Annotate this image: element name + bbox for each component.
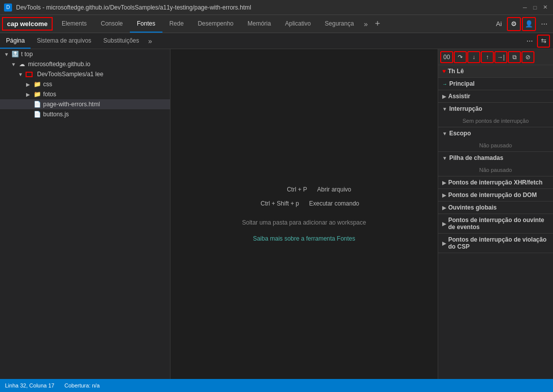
shortcut-row-1: Ctrl + P Abrir arquivo [257,186,351,193]
right-panel-header[interactable]: ♥ Th Lê [438,65,553,78]
section-interrupcao-label: Interrupção [449,105,482,112]
maximize-button[interactable]: □ [531,4,539,12]
subtab-more-opts[interactable]: ⋯ [523,35,536,48]
section-pilha: ▼ Pilha de chamadas Não pausado [438,152,553,176]
section-ouvintes-header[interactable]: ▶ Ouvintes globais [438,202,553,214]
section-pilha-header[interactable]: ▼ Pilha de chamadas [438,152,553,164]
section-xhr-label: Pontos de interrupção XHR/fetch [448,179,542,186]
section-dom-header[interactable]: ▶ Pontos de interrupção do DOM [438,189,553,201]
shortcut1-key: Ctrl + P [257,186,307,193]
status-coverage: Cobertura: n/a [64,382,99,388]
tab-console[interactable]: Console [94,15,130,33]
rt-btn7[interactable]: ⊘ [521,51,534,63]
tab-fontes[interactable]: Fontes [130,15,162,33]
cap-welcome-tab[interactable]: cap welcome [2,17,53,31]
tree-folder3[interactable]: ▶ 📁 fotos [0,89,170,99]
tree-domain[interactable]: ▼ ☁ microsoftedge.github.io [0,59,170,69]
more-options-button[interactable]: ⋯ [537,17,551,31]
tree-folder1-label: DevToolsSamples/a1 lee [37,71,103,78]
section-pilha-content: Não pausado [438,164,553,176]
tree-folder3-arrow: ▶ [26,92,33,97]
center-panel: Ctrl + P Abrir arquivo Ctrl + Shift + p … [170,49,438,379]
section-assistir-header[interactable]: ▶ Assistir [438,90,553,102]
drop-workspace-text: Soltar uma pasta para adicionar ao works… [242,219,366,226]
profile-button[interactable]: 👤 [522,17,536,31]
section-ouvinte-eventos: ▶ Pontos de interrupção do ouvinte de ev… [438,214,553,234]
section-interrupcao-content: Sem pontos de interrupção [438,115,553,127]
section-principal-header[interactable]: → Principal [438,78,553,90]
shortcut-row-2: Ctrl + Shift + p Executar comando [249,200,359,207]
close-button[interactable]: ✕ [541,4,549,12]
section-ouvinte-eventos-header[interactable]: ▶ Pontos de interrupção do ouvinte de ev… [438,214,553,233]
section-dom: ▶ Pontos de interrupção do DOM [438,189,553,202]
tree-root-icon: 🔝 [11,50,19,58]
section-xhr-header[interactable]: ▶ Pontos de interrupção XHR/fetch [438,176,553,188]
subtab-right: ⋯ ⇆ [523,33,553,49]
tree-folder2[interactable]: ▶ 📁 css [0,79,170,89]
right-toolbar: 00 ↷ ↓ ↑ →| ⧉ ⊘ [438,49,553,65]
learn-more-link[interactable]: Saiba mais sobre a ferramenta Fontes [253,235,355,242]
status-line-col: Linha 32, Coluna 17 [5,382,54,388]
subtab-toggle[interactable]: ⇆ [537,35,550,48]
tab-more-button[interactable]: » [361,15,371,33]
main-content: ▼ 🔝 t top ▼ ☁ microsoftedge.github.io ▼ … [0,49,553,379]
subtab-more[interactable]: » [145,33,155,49]
section-escopo-arrow: ▼ [442,131,447,136]
rt-btn4[interactable]: ↑ [481,51,494,63]
tab-memoria[interactable]: Memória [241,15,278,33]
title-bar: D DevTools - microsoftedge.github.io/Dev… [0,0,553,15]
rt-btn2[interactable]: ↷ [454,51,467,63]
section-dom-arrow: ▶ [442,192,446,198]
section-principal: → Principal [438,78,553,90]
shortcut2-key: Ctrl + Shift + p [249,200,299,207]
tree-file1[interactable]: 📄 page-with-errors.html [0,99,170,109]
section-escopo-header[interactable]: ▼ Escopo [438,127,553,139]
tab-add-button[interactable]: + [371,15,385,33]
folder2-icon: 📁 [33,80,41,88]
subtab-sistema[interactable]: Sistema de arquivos [31,33,97,49]
section-escopo-label: Escopo [449,130,471,137]
status-bar: Linha 32, Coluna 17 Cobertura: n/a [0,379,553,392]
shortcut1-desc: Abrir arquivo [317,186,351,193]
tab-elements[interactable]: Elements [55,15,94,33]
tab-rede[interactable]: Rede [162,15,191,33]
subtab-pagina[interactable]: Página [0,33,31,49]
tree-folder1-arrow: ▼ [18,72,25,77]
tab-desempenho[interactable]: Desempenho [191,15,240,33]
section-dom-label: Pontos de interrupção do DOM [448,191,537,199]
section-csp-label: Pontos de interrupção de violação do CSP [448,236,549,250]
section-interrupcao-arrow: ▼ [442,106,447,112]
tree-folder1[interactable]: ▼ DevToolsSamples/a1 lee [0,69,170,79]
tree-root[interactable]: ▼ 🔝 t top [0,49,170,59]
ai-button[interactable]: Ai [492,17,506,31]
section-ouvinte-eventos-label: Pontos de interrupção do ouvinte de even… [448,217,549,231]
settings-button[interactable]: ⚙ [507,17,521,31]
subtab-substituicoes[interactable]: Substituições [97,33,145,49]
section-csp-header[interactable]: ▶ Pontos de interrupção de violação do C… [438,234,553,253]
rt-btn1[interactable]: 00 [440,51,453,63]
section-principal-label: Principal [449,80,475,87]
section-ouvinte-eventos-arrow: ▶ [442,221,446,227]
tree-file2-label: buttons.js [43,111,69,118]
rt-btn6[interactable]: ⧉ [508,51,521,63]
devtools-icon: D [4,4,12,12]
tab-seguranca[interactable]: Segurança [318,15,361,33]
tab-aplicativo[interactable]: Aplicativo [278,15,317,33]
tree-file1-label: page-with-errors.html [43,101,100,108]
tree-domain-arrow: ▼ [11,62,18,67]
section-interrupcao-header[interactable]: ▼ Interrupção [438,103,553,115]
section-assistir-label: Assistir [448,93,470,100]
section-csp: ▶ Pontos de interrupção de violação do C… [438,234,553,253]
section-csp-arrow: ▶ [442,241,446,246]
section-assistir-arrow: ▶ [442,94,446,99]
section-xhr: ▶ Pontos de interrupção XHR/fetch [438,176,553,189]
right-panel: 00 ↷ ↓ ↑ →| ⧉ ⊘ ♥ Th Lê → Principal ▶ As… [438,49,553,379]
section-interrupcao: ▼ Interrupção Sem pontos de interrupção [438,103,553,127]
tree-file2[interactable]: 📄 buttons.js [0,109,170,119]
rt-btn5[interactable]: →| [494,51,507,63]
folder3-icon: 📁 [33,90,41,98]
sub-tab-bar: Página Sistema de arquivos Substituições… [0,33,553,49]
rt-btn3[interactable]: ↓ [467,51,480,63]
section-assistir: ▶ Assistir [438,90,553,103]
minimize-button[interactable]: ─ [521,4,529,12]
